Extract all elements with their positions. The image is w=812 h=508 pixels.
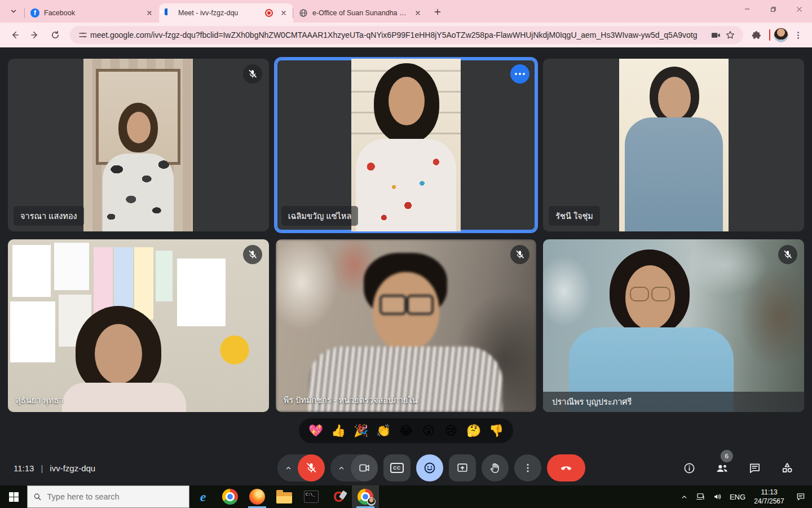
chevron-down-icon: [10, 7, 17, 15]
tab-meet-active[interactable]: Meet - ivv-fzgz-dqu: [159, 3, 293, 23]
reactions-button[interactable]: [416, 454, 443, 481]
participant-name: สุธันยา พุทธา: [16, 393, 63, 406]
taskbar-ie[interactable]: e: [189, 485, 217, 508]
extensions-icon[interactable]: [748, 27, 765, 43]
video-feed: [83, 59, 193, 231]
close-tab-icon[interactable]: [279, 8, 289, 18]
tab-facebook[interactable]: f Facebook: [25, 3, 159, 23]
call-end-icon: [559, 461, 573, 475]
chrome-icon: [222, 489, 238, 505]
new-tab-button[interactable]: [430, 4, 445, 20]
chat-icon: [748, 462, 761, 475]
tab-camera-in-use-icon[interactable]: [708, 28, 723, 42]
divider: |: [41, 463, 43, 473]
tile-options-icon[interactable]: [510, 64, 529, 84]
leave-call-button[interactable]: [547, 454, 585, 481]
profile-avatar[interactable]: [774, 28, 788, 42]
mic-options-chevron[interactable]: [279, 454, 298, 481]
taskbar-ccleaner[interactable]: C: [325, 485, 352, 508]
minimize-button[interactable]: [734, 0, 760, 18]
close-tab-icon[interactable]: [144, 8, 155, 18]
reaction-thumbs-up-button[interactable]: 👍: [329, 422, 347, 440]
url-text[interactable]: meet.google.com/ivv-fzgz-dqu?fbclid=IwZX…: [90, 30, 708, 40]
tab-search-button[interactable]: [6, 3, 21, 19]
back-button[interactable]: [6, 26, 24, 44]
mic-off-icon: [243, 245, 262, 264]
meeting-details-button[interactable]: [678, 457, 700, 479]
reaction-party-button[interactable]: 🎉: [352, 422, 370, 440]
taskbar-clock[interactable]: 11:13 24/7/2567: [749, 488, 789, 506]
restore-button[interactable]: [760, 0, 786, 18]
search-icon: [33, 492, 42, 501]
camera-button[interactable]: [351, 454, 378, 481]
taskbar-file-explorer[interactable]: [271, 485, 298, 508]
taskbar-search[interactable]: [27, 485, 189, 508]
tray-chevron-up-icon[interactable]: [676, 485, 692, 508]
raise-hand-button[interactable]: [482, 454, 509, 481]
participant-tile[interactable]: ปราณีพร บุญประภาศรี: [543, 239, 804, 412]
participant-tile[interactable]: จารณา แสงทอง: [8, 59, 269, 231]
browser-menu-icon[interactable]: [789, 27, 806, 43]
video-grid: จารณา แสงทอง เฉลิมขวัญ แซ่ไหล รัชนี ใจชุ…: [0, 47, 812, 412]
meeting-code: ivv-fzgz-dqu: [50, 463, 95, 473]
video-feed: [543, 239, 804, 412]
ccleaner-icon: C: [333, 489, 343, 505]
reactions-row: 💖 👍 🎉 👏 😂 😮 😢 🤔 👎: [0, 418, 812, 443]
reaction-cry-button[interactable]: 😢: [442, 422, 460, 440]
video-feed: [619, 59, 729, 231]
browser-toolbar: meet.google.com/ivv-fzgz-dqu?fbclid=IwZX…: [0, 23, 812, 47]
windows-taskbar: e C:\_ C ENG 11:13 24/7/2567: [0, 485, 812, 508]
taskbar-chrome[interactable]: [217, 485, 244, 508]
participant-tile[interactable]: พีร ปัทมักชกร - หน่วยตรวจสอบภายใน: [276, 239, 537, 412]
site-settings-icon[interactable]: [76, 28, 90, 42]
chat-button[interactable]: [743, 457, 766, 479]
reaction-thumbs-down-button[interactable]: 👎: [487, 422, 505, 440]
taskbar-firefox[interactable]: [244, 485, 271, 508]
close-window-button[interactable]: [786, 0, 812, 18]
mic-off-icon: [778, 245, 797, 264]
taskbar-cmd[interactable]: C:\_: [298, 485, 325, 508]
reaction-thinking-button[interactable]: 🤔: [465, 422, 483, 440]
mic-control-group: [277, 454, 325, 481]
meet-page: จารณา แสงทอง เฉลิมขวัญ แซ่ไหล รัชนี ใจชุ…: [0, 47, 812, 485]
url-bar[interactable]: meet.google.com/ivv-fzgz-dqu?fbclid=IwZX…: [70, 26, 743, 44]
close-tab-icon[interactable]: [413, 8, 423, 18]
language-indicator[interactable]: ENG: [726, 493, 749, 501]
people-icon: [715, 461, 729, 475]
hand-icon: [489, 462, 501, 474]
camera-options-chevron[interactable]: [332, 454, 351, 481]
taskbar-time: 11:13: [749, 488, 789, 497]
screen: f Facebook Meet - ivv-fzgz-dqu e-Office …: [0, 0, 812, 508]
tab-eoffice[interactable]: e-Office of Suan Sunandha Raja: [293, 3, 427, 23]
reaction-clap-button[interactable]: 👏: [374, 422, 392, 440]
taskbar-chrome-meet-window[interactable]: [352, 485, 379, 508]
network-icon[interactable]: [692, 485, 709, 508]
participant-name: จารณา แสงทอง: [14, 206, 84, 226]
forward-button[interactable]: [26, 26, 44, 44]
tab-label: e-Office of Suan Sunandha Raja: [312, 9, 409, 17]
window-controls: [734, 0, 812, 18]
reaction-heart-button[interactable]: 💖: [307, 422, 325, 440]
more-options-button[interactable]: [514, 454, 541, 481]
start-button[interactable]: [0, 485, 27, 508]
participant-tile[interactable]: สุธันยา พุทธา: [8, 239, 269, 412]
reaction-laugh-button[interactable]: 😂: [397, 422, 415, 440]
tab-label: Facebook: [44, 9, 141, 17]
reaction-surprised-button[interactable]: 😮: [420, 422, 438, 440]
bookmark-star-icon[interactable]: [723, 28, 738, 42]
activities-button[interactable]: [776, 457, 798, 479]
search-input[interactable]: [47, 492, 183, 501]
present-screen-button[interactable]: [449, 454, 476, 481]
reload-button[interactable]: [46, 26, 64, 44]
smiley-icon: [423, 461, 436, 475]
captions-button[interactable]: CC: [383, 454, 411, 481]
people-button[interactable]: 6: [710, 457, 733, 479]
participant-tile-active-speaker[interactable]: เฉลิมขวัญ แซ่ไหล: [276, 59, 537, 231]
action-center-icon[interactable]: [789, 492, 812, 502]
participant-tile[interactable]: รัชนี ใจชุ่ม: [543, 59, 804, 231]
camera-control-group: [330, 454, 378, 481]
unmute-mic-button[interactable]: [298, 454, 325, 481]
volume-icon[interactable]: [709, 485, 726, 508]
globe-icon: [299, 8, 308, 17]
internet-explorer-icon: e: [200, 489, 206, 505]
